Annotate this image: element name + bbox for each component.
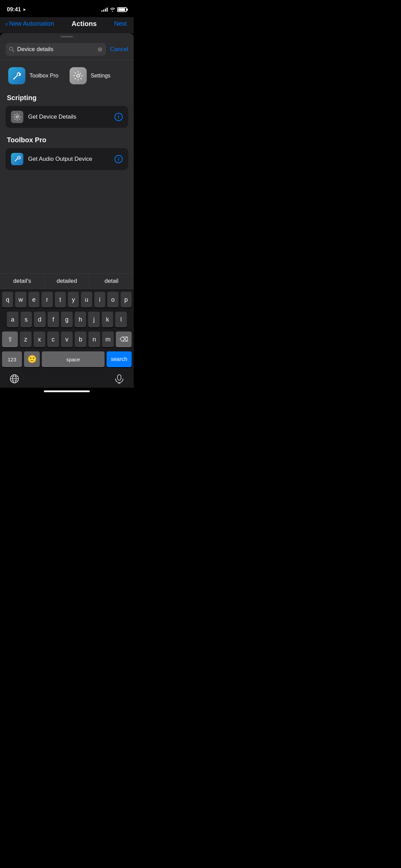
key-d[interactable]: d bbox=[34, 312, 46, 327]
key-a[interactable]: a bbox=[7, 312, 19, 327]
status-time: 09:41 bbox=[7, 7, 21, 13]
home-indicator bbox=[44, 390, 90, 392]
key-n[interactable]: n bbox=[88, 331, 100, 347]
svg-point-4 bbox=[16, 116, 18, 118]
key-q[interactable]: q bbox=[2, 292, 13, 308]
back-button[interactable]: ‹ New Automation bbox=[5, 20, 54, 28]
battery-icon bbox=[117, 7, 127, 12]
get-audio-output-item[interactable]: Get Audio Output Device i bbox=[5, 148, 128, 170]
key-y[interactable]: y bbox=[68, 292, 79, 308]
key-l[interactable]: l bbox=[115, 312, 127, 327]
svg-line-1 bbox=[12, 50, 14, 52]
key-f[interactable]: f bbox=[48, 312, 59, 327]
svg-point-3 bbox=[77, 74, 80, 77]
keyboard: q w e r t y u i o p a s d f g h j k l ⇧ … bbox=[0, 289, 134, 388]
toolbox-pro-section-header: Toolbox Pro bbox=[0, 133, 134, 148]
scripting-section: Scripting Get Device Details i bbox=[0, 91, 134, 128]
key-v[interactable]: v bbox=[61, 331, 73, 347]
status-bar: 09:41 ➤ bbox=[0, 0, 134, 17]
svg-rect-11 bbox=[118, 375, 121, 380]
key-z[interactable]: z bbox=[20, 331, 32, 347]
key-i[interactable]: i bbox=[94, 292, 105, 308]
search-input-wrap[interactable]: ⊗ bbox=[5, 43, 106, 56]
key-w[interactable]: w bbox=[15, 292, 26, 308]
search-input[interactable] bbox=[17, 46, 95, 53]
get-device-details-item[interactable]: Get Device Details i bbox=[5, 106, 128, 128]
get-audio-output-info-button[interactable]: i bbox=[114, 155, 123, 163]
keyboard-bottom-row bbox=[0, 369, 134, 388]
cancel-button[interactable]: Cancel bbox=[110, 46, 128, 53]
app-icons-row: Toolbox Pro Settings bbox=[0, 60, 134, 91]
svg-point-5 bbox=[19, 157, 20, 158]
scripting-section-header: Scripting bbox=[0, 91, 134, 106]
next-button[interactable]: Next bbox=[114, 20, 127, 27]
key-j[interactable]: j bbox=[88, 312, 100, 327]
space-key[interactable]: space bbox=[42, 351, 105, 367]
action-sheet: ⊗ Cancel Toolbox Pro Setting bbox=[0, 33, 134, 273]
globe-key[interactable] bbox=[7, 371, 22, 386]
autocomplete-details-possessive[interactable]: detail's bbox=[0, 274, 45, 289]
autocomplete-row: detail's detailed detail bbox=[0, 273, 134, 289]
page-title: Actions bbox=[72, 20, 97, 28]
key-c[interactable]: c bbox=[47, 331, 59, 347]
get-device-details-label: Get Device Details bbox=[28, 113, 114, 120]
keyboard-row-4: 123 🙂 space search bbox=[0, 349, 134, 369]
signal-icon bbox=[101, 8, 108, 12]
location-icon: ➤ bbox=[23, 7, 26, 12]
keyboard-row-2: a s d f g h j k l bbox=[0, 309, 134, 329]
gear-action-icon bbox=[11, 111, 23, 123]
key-p[interactable]: p bbox=[121, 292, 132, 308]
keyboard-row-1: q w e r t y u i o p bbox=[0, 289, 134, 309]
nav-bar: ‹ New Automation Actions Next bbox=[0, 17, 134, 33]
key-e[interactable]: e bbox=[28, 292, 39, 308]
delete-key[interactable]: ⌫ bbox=[116, 331, 132, 347]
numbers-key[interactable]: 123 bbox=[2, 351, 22, 367]
keyboard-row-3: ⇧ z x c v b n m ⌫ bbox=[0, 329, 134, 349]
sheet-handle bbox=[61, 36, 73, 37]
key-g[interactable]: g bbox=[61, 312, 73, 327]
settings-label: Settings bbox=[91, 73, 111, 79]
autocomplete-detail[interactable]: detail bbox=[89, 274, 134, 289]
clear-search-button[interactable]: ⊗ bbox=[97, 46, 102, 53]
key-k[interactable]: k bbox=[102, 312, 113, 327]
toolbox-action-icon bbox=[11, 153, 23, 165]
status-icons bbox=[101, 7, 127, 12]
toolbox-pro-icon bbox=[8, 67, 25, 84]
search-key[interactable]: search bbox=[107, 351, 132, 367]
key-h[interactable]: h bbox=[75, 312, 86, 327]
key-u[interactable]: u bbox=[81, 292, 92, 308]
key-m[interactable]: m bbox=[102, 331, 114, 347]
search-icon bbox=[9, 47, 14, 52]
key-o[interactable]: o bbox=[107, 292, 118, 308]
app-icon-item-settings[interactable]: Settings bbox=[70, 67, 111, 84]
key-b[interactable]: b bbox=[75, 331, 86, 347]
app-icon-item-toolbox[interactable]: Toolbox Pro bbox=[8, 67, 59, 84]
emoji-key[interactable]: 🙂 bbox=[24, 351, 40, 367]
svg-point-0 bbox=[10, 47, 13, 51]
key-t[interactable]: t bbox=[55, 292, 66, 308]
svg-point-2 bbox=[19, 73, 20, 74]
key-s[interactable]: s bbox=[21, 312, 32, 327]
back-chevron-icon: ‹ bbox=[5, 20, 8, 28]
get-device-details-info-button[interactable]: i bbox=[114, 113, 123, 121]
key-r[interactable]: r bbox=[41, 292, 52, 308]
key-x[interactable]: x bbox=[34, 331, 45, 347]
shift-key[interactable]: ⇧ bbox=[2, 331, 18, 347]
toolbox-pro-label: Toolbox Pro bbox=[29, 73, 59, 79]
settings-icon bbox=[70, 67, 87, 84]
wifi-icon bbox=[110, 8, 115, 12]
search-bar-container: ⊗ Cancel bbox=[0, 43, 134, 60]
microphone-key[interactable] bbox=[112, 371, 127, 386]
autocomplete-detailed[interactable]: detailed bbox=[45, 274, 89, 289]
toolbox-pro-section: Toolbox Pro Get Audio Output Device i bbox=[0, 133, 134, 170]
get-audio-output-label: Get Audio Output Device bbox=[28, 156, 114, 162]
back-label: New Automation bbox=[9, 20, 54, 27]
